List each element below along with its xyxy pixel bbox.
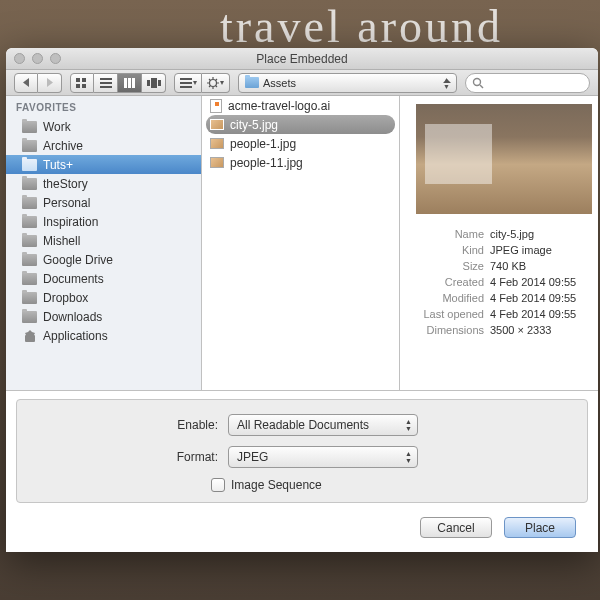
action-button[interactable]: ▾: [202, 73, 230, 93]
svg-rect-12: [158, 80, 161, 86]
info-label: Size: [410, 258, 490, 274]
folder-icon: [22, 254, 37, 266]
sidebar-label: Mishell: [43, 234, 80, 248]
sidebar-label: Work: [43, 120, 71, 134]
svg-rect-15: [180, 86, 192, 88]
info-value: 3500 × 2333: [490, 322, 551, 338]
dialog-footer: Cancel Place: [6, 511, 598, 552]
info-label: Name: [410, 226, 490, 242]
sidebar-item[interactable]: Dropbox: [6, 288, 201, 307]
view-coverflow-button[interactable]: [142, 73, 166, 93]
file-name: people-11.jpg: [230, 156, 303, 170]
sidebar-label: Personal: [43, 196, 90, 210]
nav-forward-button[interactable]: [38, 73, 62, 93]
popup-arrows-icon: ▲▼: [405, 450, 412, 464]
folder-icon: [22, 121, 37, 133]
sidebar-item[interactable]: Documents: [6, 269, 201, 288]
file-item[interactable]: city-5.jpg: [206, 115, 395, 134]
arrange-button[interactable]: ▾: [174, 73, 202, 93]
svg-rect-5: [100, 82, 112, 84]
sidebar-label: Inspiration: [43, 215, 98, 229]
folder-icon: [22, 159, 37, 171]
info-value: 740 KB: [490, 258, 526, 274]
folder-icon: [22, 235, 37, 247]
enable-popup[interactable]: All Readable Documents ▲▼: [228, 414, 418, 436]
sidebar-item[interactable]: Mishell: [6, 231, 201, 250]
app-icon: [22, 330, 37, 342]
sidebar: FAVORITES Work Archive Tuts+ theStory Pe…: [6, 96, 202, 390]
file-thumb-icon: [210, 119, 224, 130]
sidebar-header: FAVORITES: [6, 96, 201, 117]
info-label: Last opened: [410, 306, 490, 322]
popup-arrows-icon: ▲▼: [405, 418, 412, 432]
sidebar-item[interactable]: Personal: [6, 193, 201, 212]
svg-rect-3: [82, 84, 86, 88]
enable-value: All Readable Documents: [237, 418, 369, 432]
file-item[interactable]: people-11.jpg: [202, 153, 399, 172]
view-icon-button[interactable]: [70, 73, 94, 93]
search-input[interactable]: [465, 73, 590, 93]
place-button[interactable]: Place: [504, 517, 576, 538]
sidebar-item[interactable]: Work: [6, 117, 201, 136]
folder-icon: [22, 292, 37, 304]
svg-point-16: [210, 79, 217, 86]
svg-rect-8: [128, 78, 131, 88]
svg-rect-14: [180, 82, 192, 84]
sidebar-item[interactable]: Archive: [6, 136, 201, 155]
nav-back-button[interactable]: [14, 73, 38, 93]
cancel-button[interactable]: Cancel: [420, 517, 492, 538]
enable-label: Enable:: [33, 418, 228, 432]
svg-point-17: [474, 78, 481, 85]
sidebar-label: Archive: [43, 139, 83, 153]
format-label: Format:: [33, 450, 228, 464]
info-value: JPEG image: [490, 242, 552, 258]
folder-icon: [245, 77, 259, 88]
popup-arrows-icon: ▲▼: [443, 76, 450, 90]
svg-rect-4: [100, 78, 112, 80]
sidebar-item[interactable]: Applications: [6, 326, 201, 345]
sidebar-item[interactable]: Downloads: [6, 307, 201, 326]
svg-rect-13: [180, 78, 192, 80]
file-thumb-icon: [210, 138, 224, 149]
view-list-button[interactable]: [94, 73, 118, 93]
file-item[interactable]: people-1.jpg: [202, 134, 399, 153]
preview-image: [416, 104, 592, 214]
info-label: Dimensions: [410, 322, 490, 338]
svg-rect-10: [147, 80, 150, 86]
file-column: acme-travel-logo.ai city-5.jpg people-1.…: [202, 96, 400, 390]
file-thumb-icon: [210, 157, 224, 168]
sidebar-label: theStory: [43, 177, 88, 191]
svg-rect-2: [76, 84, 80, 88]
toolbar: ▾ ▾ Assets ▲▼: [6, 70, 598, 96]
format-popup[interactable]: JPEG ▲▼: [228, 446, 418, 468]
options-panel: Enable: All Readable Documents ▲▼ Format…: [16, 399, 588, 503]
background-app-text: travel around: [220, 0, 503, 53]
view-columns-button[interactable]: [118, 73, 142, 93]
info-label: Modified: [410, 290, 490, 306]
folder-icon: [22, 178, 37, 190]
sidebar-item[interactable]: theStory: [6, 174, 201, 193]
path-popup[interactable]: Assets ▲▼: [238, 73, 457, 93]
file-type-icon: [210, 99, 222, 113]
image-sequence-checkbox[interactable]: [211, 478, 225, 492]
path-label: Assets: [263, 77, 296, 89]
svg-rect-19: [25, 335, 35, 342]
svg-rect-7: [124, 78, 127, 88]
sidebar-label: Documents: [43, 272, 104, 286]
svg-rect-11: [151, 78, 157, 88]
sidebar-label: Applications: [43, 329, 108, 343]
folder-icon: [22, 311, 37, 323]
sidebar-label: Downloads: [43, 310, 102, 324]
svg-rect-1: [82, 78, 86, 82]
folder-icon: [22, 197, 37, 209]
folder-icon: [22, 216, 37, 228]
sidebar-item[interactable]: Tuts+: [6, 155, 201, 174]
image-sequence-label: Image Sequence: [231, 478, 322, 492]
svg-rect-6: [100, 86, 112, 88]
svg-rect-9: [132, 78, 135, 88]
sidebar-item[interactable]: Inspiration: [6, 212, 201, 231]
sidebar-item[interactable]: Google Drive: [6, 250, 201, 269]
sidebar-label: Google Drive: [43, 253, 113, 267]
file-item[interactable]: acme-travel-logo.ai: [202, 96, 399, 115]
info-label: Created: [410, 274, 490, 290]
